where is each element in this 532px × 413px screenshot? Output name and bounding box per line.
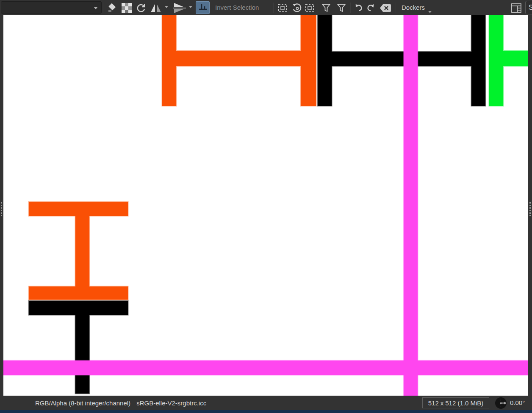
alpha-checkerboard-icon xyxy=(122,3,132,13)
mirror-horizontal-dropdown-arrow[interactable] xyxy=(165,6,168,8)
filter-button-1[interactable] xyxy=(320,2,332,14)
filter-funnel-icon xyxy=(336,3,347,13)
brush-preset-dropdown[interactable] xyxy=(1,1,102,14)
eraser-button[interactable] xyxy=(105,2,118,14)
select-transform-icon xyxy=(304,3,315,14)
mirror-vertical-button[interactable] xyxy=(172,2,187,14)
orange-letter-i xyxy=(29,202,128,300)
redo-icon xyxy=(366,3,377,14)
flip-horizontal-icon xyxy=(150,3,162,14)
orange-letter-h xyxy=(162,15,316,106)
toolbar-separator xyxy=(396,3,396,13)
trim-to-selection-button[interactable] xyxy=(196,1,210,14)
select-transform-icon xyxy=(277,3,288,14)
eraser-icon xyxy=(106,3,117,14)
reload-icon xyxy=(136,3,147,14)
reload-preset-button[interactable] xyxy=(135,2,147,14)
canvas-shapes xyxy=(3,15,528,396)
dockers-menu[interactable]: Dockers xyxy=(402,0,425,15)
rotation-dial-icon xyxy=(495,397,507,409)
undo-icon xyxy=(353,3,364,14)
bottom-taskbar-edge xyxy=(0,410,532,413)
mirror-vertical-dropdown-arrow[interactable] xyxy=(189,6,192,8)
undo-button[interactable] xyxy=(352,2,364,14)
magenta-vertical-bar xyxy=(404,15,418,396)
magenta-horizontal-bar xyxy=(3,361,528,375)
flip-vertical-icon xyxy=(172,3,187,14)
dockers-dropdown-arrow[interactable] xyxy=(428,11,432,13)
rotate-selection-icon xyxy=(291,3,302,14)
clear-button[interactable] xyxy=(378,2,393,14)
toolbar: Invert Selection xyxy=(0,0,532,15)
image-width: 512 xyxy=(428,399,439,407)
color-mode-label: RGB/Alpha (8-bit integer/channel) xyxy=(35,399,130,407)
status-bar: RGB/Alpha (8-bit integer/channel) sRGB-e… xyxy=(0,396,532,410)
clipped-side-panel-button[interactable]: S xyxy=(525,1,532,14)
left-splitter-handle[interactable] xyxy=(1,202,3,216)
toolbar-separator xyxy=(318,3,318,13)
green-letter-h xyxy=(489,15,528,106)
select-opaque-button[interactable] xyxy=(276,2,288,14)
black-letter-h xyxy=(318,15,485,106)
toolbar-separator xyxy=(350,3,351,13)
rotation-angle-value: 0.00° xyxy=(510,396,525,410)
rotation-dial[interactable] xyxy=(495,397,507,409)
right-splitter-handle[interactable] xyxy=(529,202,531,216)
filter-button-2[interactable] xyxy=(335,2,347,14)
chevron-down-icon xyxy=(94,7,98,9)
docker-layout-button[interactable] xyxy=(510,2,523,14)
dimensions-separator: x xyxy=(441,399,444,407)
image-height-and-size: 512 (1.0 MiB) xyxy=(445,399,483,407)
toolbar-separator xyxy=(103,3,103,13)
canvas-area[interactable] xyxy=(3,15,528,396)
clear-backspace-icon xyxy=(378,3,393,14)
color-space-status: RGB/Alpha (8-bit integer/channel) sRGB-e… xyxy=(35,396,206,410)
select-all-button[interactable] xyxy=(303,2,316,14)
filter-funnel-icon xyxy=(321,3,332,13)
redo-button[interactable] xyxy=(365,2,377,14)
trim-to-selection-icon xyxy=(198,3,208,13)
rotate-selection-button[interactable] xyxy=(291,2,302,14)
toolbar-separator xyxy=(273,3,274,13)
clipped-side-panel-label: S xyxy=(529,4,532,11)
docker-layout-icon xyxy=(510,2,522,14)
image-dimensions-box[interactable]: 512 x 512 (1.0 MiB) xyxy=(422,397,489,408)
preserve-alpha-button[interactable] xyxy=(121,2,132,14)
mirror-horizontal-button[interactable] xyxy=(149,2,163,14)
black-letter-i xyxy=(29,301,128,394)
invert-selection-label: Invert Selection xyxy=(215,0,259,15)
color-profile-label: sRGB-elle-V2-srgbtrc.icc xyxy=(136,399,206,407)
